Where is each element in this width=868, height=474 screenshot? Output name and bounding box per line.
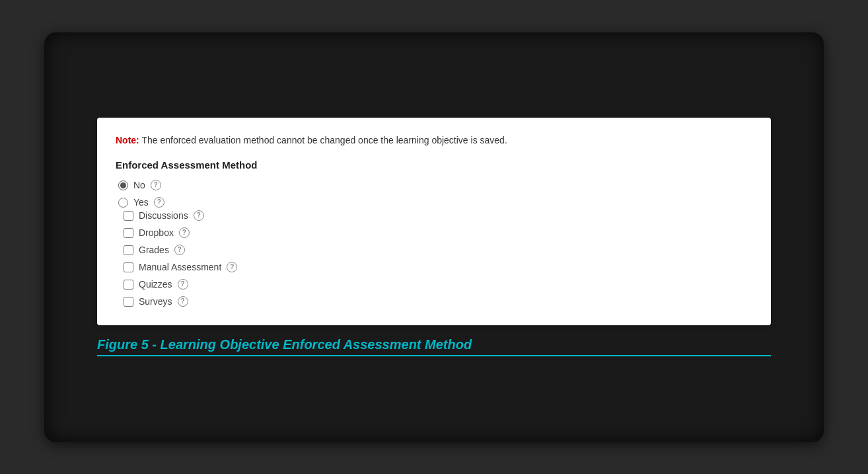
cb-discussions[interactable] (124, 211, 133, 221)
cb-discussions-help-icon[interactable]: ? (194, 210, 204, 221)
checkbox-group: Discussions ? Dropbox ? Grades ? Manual … (121, 210, 752, 307)
cb-discussions-label: Discussions (139, 210, 188, 221)
cb-grades-help-icon[interactable]: ? (174, 245, 185, 255)
radio-no-item[interactable]: No ? (118, 180, 752, 190)
cb-grades-item[interactable]: Grades ? (124, 245, 752, 255)
cb-dropbox[interactable] (124, 228, 133, 238)
cb-dropbox-label: Dropbox (139, 227, 174, 238)
note-line: Note: The enforced evaluation method can… (116, 134, 752, 147)
radio-no[interactable] (118, 180, 128, 190)
note-label: Note: (116, 135, 139, 145)
radio-yes-label: Yes (133, 197, 149, 208)
cb-surveys-help-icon[interactable]: ? (178, 296, 188, 307)
radio-no-help-icon[interactable]: ? (151, 180, 161, 190)
cb-manual-label: Manual Assessment (139, 262, 221, 272)
radio-yes-help-icon[interactable]: ? (154, 197, 164, 208)
cb-quizzes[interactable] (124, 280, 133, 290)
cb-grades-label: Grades (139, 245, 169, 255)
radio-group: No ? Yes ? (118, 180, 752, 208)
caption-divider (97, 355, 771, 356)
cb-surveys-item[interactable]: Surveys ? (124, 296, 752, 307)
section-title: Enforced Assessment Method (116, 159, 752, 171)
cb-discussions-item[interactable]: Discussions ? (124, 210, 752, 221)
figure-caption: Figure 5 - Learning Objective Enforced A… (97, 337, 771, 352)
note-text: The enforced evaluation method cannot be… (141, 135, 507, 145)
cb-quizzes-label: Quizzes (139, 279, 172, 290)
radio-no-label: No (133, 180, 145, 190)
cb-manual-help-icon[interactable]: ? (227, 262, 237, 272)
outer-frame: Note: The enforced evaluation method can… (44, 32, 824, 442)
cb-surveys[interactable] (124, 297, 133, 307)
cb-manual[interactable] (124, 262, 133, 272)
cb-quizzes-help-icon[interactable]: ? (178, 279, 188, 290)
cb-quizzes-item[interactable]: Quizzes ? (124, 279, 752, 290)
cb-surveys-label: Surveys (139, 296, 172, 307)
radio-yes-item[interactable]: Yes ? (118, 197, 752, 208)
radio-yes[interactable] (118, 198, 128, 208)
inner-card: Note: The enforced evaluation method can… (97, 118, 771, 325)
cb-dropbox-help-icon[interactable]: ? (179, 227, 190, 238)
cb-manual-item[interactable]: Manual Assessment ? (124, 262, 752, 272)
cb-dropbox-item[interactable]: Dropbox ? (124, 227, 752, 238)
cb-grades[interactable] (124, 245, 133, 255)
